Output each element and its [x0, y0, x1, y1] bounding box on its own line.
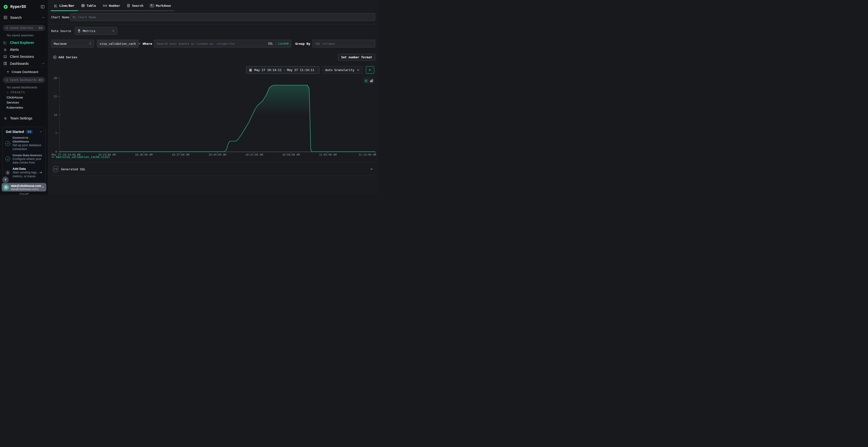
svg-text:0: 0 — [55, 150, 57, 153]
lucene-toggle[interactable]: Lucene — [278, 42, 289, 45]
preset-services[interactable]: Services — [6, 101, 19, 104]
plus-icon — [6, 70, 9, 73]
app: HyperDX Search Saved Searches ⌘K No save… — [0, 0, 378, 195]
metric-tag-label: visa_validation_cach — [100, 42, 136, 45]
get-started-progress-badge: 2/3 — [26, 130, 33, 134]
data-source-select[interactable]: Metrics — [75, 27, 117, 35]
svg-text:28: 28 — [54, 77, 57, 80]
sidebar-item-team-settings[interactable]: Team Settings — [0, 115, 48, 122]
sidebar-item-alerts[interactable]: Alerts — [0, 46, 48, 53]
where-input-wrap: SQL | Lucene — [154, 40, 291, 47]
get-started-item-title: Add Data — [12, 167, 38, 171]
granularity-select[interactable]: Auto Granularity — [322, 66, 363, 74]
tab-label: Line/Bar — [59, 4, 74, 7]
saved-searches-input[interactable]: Saved Searches ⌘K — [3, 25, 45, 31]
markdown-icon: M↓ — [150, 4, 154, 7]
metric-tag[interactable]: visa_validation_cach — [97, 40, 138, 47]
sidebar-search-label: Search — [10, 15, 22, 20]
team-settings-label: Team Settings — [10, 116, 32, 120]
tab-line-bar[interactable]: Line/Bar — [51, 0, 78, 11]
chart-name-input[interactable] — [70, 13, 375, 21]
date-range-value: May 27 10:14:11 - May 27 11:14:11 — [254, 68, 314, 72]
user-email: dale@clickhouse.com — [11, 184, 41, 187]
add-series-label: Add Series — [58, 56, 77, 59]
remove-metric-icon[interactable] — [138, 42, 141, 45]
sidebar-collapse-icon[interactable] — [40, 5, 45, 9]
svg-text:10:51:00 AM: 10:51:00 AM — [245, 153, 263, 156]
journal-icon — [3, 15, 7, 20]
chart-line-icon — [3, 40, 7, 44]
sidebar-item-chart-explorer[interactable]: Chart Explorer — [0, 39, 48, 46]
get-started-item-subtitle: Set up your database connection — [12, 143, 42, 151]
sidebar-item-label: Chart Explorer — [10, 41, 34, 44]
user-team: dale@clickhouse.com's — [11, 187, 41, 191]
preset-clickhouse[interactable]: ClickHouse — [6, 96, 23, 99]
group-by-input[interactable] — [312, 40, 375, 47]
select-updown-icon — [89, 42, 91, 45]
svg-text:10:30:00 AM: 10:30:00 AM — [135, 153, 153, 156]
chart-name-row: Chart Name — [51, 13, 375, 21]
set-number-format-button[interactable]: Set number format — [338, 54, 375, 61]
chevron-down-icon — [356, 68, 360, 72]
tab-label: Markdown — [156, 4, 171, 7]
tab-label: Number — [109, 4, 120, 7]
saved-dashboards-placeholder: Saved Dashboards — [10, 78, 37, 82]
add-series-button[interactable]: Add Series — [53, 56, 77, 59]
no-saved-dashboards-text: No saved dashboards — [7, 85, 37, 89]
presets-toggle[interactable]: PRESETS — [6, 91, 25, 94]
get-started-panel: Get Started 2/3 Connect to ClickHouse Se… — [2, 127, 45, 183]
arrow-right-icon — [39, 171, 42, 174]
tab-table[interactable]: Table — [78, 0, 99, 11]
sql-toggle[interactable]: SQL — [268, 42, 273, 45]
query-language-toggle: SQL | Lucene — [268, 42, 289, 45]
presets-label: PRESETS — [10, 91, 25, 94]
sidebar-section-search[interactable]: Search — [0, 13, 48, 22]
chevron-up-icon — [39, 130, 42, 133]
get-started-item-connect[interactable]: Connect to ClickHouse Set up your databa… — [3, 134, 45, 151]
user-menu[interactable]: D dale@clickhouse.com dale@clickhouse.co… — [2, 183, 46, 192]
database-icon — [78, 29, 81, 33]
get-started-header[interactable]: Get Started 2/3 — [3, 127, 45, 134]
check-circle-icon — [5, 141, 10, 146]
search-icon — [5, 27, 8, 30]
preset-kubernetes[interactable]: Kubernetes — [6, 106, 23, 109]
main-content: Line/Bar Table 123 Number Search M↓ Mark… — [48, 0, 378, 195]
series-actions-row: Add Series Set number format — [51, 54, 375, 61]
bell-icon — [3, 47, 7, 51]
plus-circle-icon — [53, 56, 57, 59]
saved-dashboards-input[interactable]: Saved Dashboards ⌘K — [3, 77, 45, 83]
create-dashboard-button[interactable]: Create Dashboard — [0, 69, 48, 75]
granularity-value: Auto Granularity — [325, 68, 354, 72]
tab-number[interactable]: 123 Number — [99, 0, 124, 11]
help-button[interactable]: ? — [2, 176, 9, 183]
chevron-up-icon — [42, 16, 44, 19]
generated-sql-section[interactable]: Generated SQL — [51, 162, 375, 176]
run-query-button[interactable] — [366, 66, 374, 74]
group-by-label: Group By — [295, 42, 310, 45]
document-list-icon — [127, 4, 130, 7]
select-updown-icon — [112, 29, 115, 33]
search-icon — [5, 78, 8, 82]
hyperdx-logo-icon — [3, 4, 8, 9]
sidebar-item-dashboards[interactable]: Dashboards — [0, 60, 48, 67]
data-source-row: Data Source Metrics — [51, 27, 375, 35]
get-started-title: Get Started — [6, 130, 24, 134]
create-dashboard-label: Create Dashboard — [11, 70, 38, 74]
date-range-picker[interactable]: May 27 10:14:11 - May 27 11:14:11 — [246, 66, 319, 74]
sidebar-item-label: Dashboards — [10, 62, 29, 66]
get-started-item-data-sources[interactable]: Create Data Sources Configure where your… — [3, 151, 45, 165]
tab-label: Table — [87, 4, 96, 7]
aggregation-select[interactable]: Maximum — [51, 40, 94, 47]
sidebar-item-client-sessions[interactable]: Client Sessions — [0, 53, 48, 60]
line-chart-icon — [54, 4, 58, 7]
timeseries-chart[interactable]: 07142128May 27 10:14:00 AM10:23:00 AM10:… — [48, 76, 378, 156]
tab-search[interactable]: Search — [123, 0, 147, 11]
tab-markdown[interactable]: M↓ Markdown — [147, 0, 174, 11]
gear-icon — [3, 116, 7, 121]
data-source-value: Metrics — [83, 29, 95, 33]
get-started-item-add-data[interactable]: 3 Add Data Start sending logs, metrics, … — [3, 165, 45, 178]
chart-legend[interactable]: max(visa_validation_cache.size) — [52, 156, 110, 159]
get-started-item-title: Create Data Sources — [12, 153, 42, 157]
generated-sql-label: Generated SQL — [61, 167, 86, 171]
legend-line-swatch — [52, 157, 54, 157]
